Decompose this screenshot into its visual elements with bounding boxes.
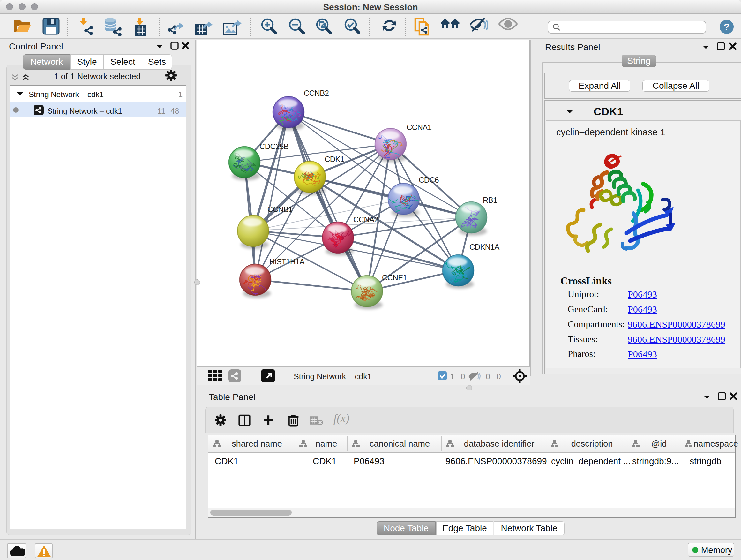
svg-text:?: ? [724, 21, 730, 32]
svg-text:CCNA1: CCNA1 [407, 123, 432, 132]
svg-text:CDKN1A: CDKN1A [469, 243, 499, 251]
svg-text:HIST1H1A: HIST1H1A [269, 257, 305, 266]
svg-text:CDK1: CDK1 [325, 155, 344, 164]
svg-text:CCNB2: CCNB2 [304, 89, 329, 98]
svg-text:CDC25B: CDC25B [259, 142, 288, 151]
svg-text:CCNB1: CCNB1 [267, 205, 293, 213]
svg-text:RB1: RB1 [483, 196, 497, 204]
svg-text:CCNE1: CCNE1 [382, 273, 407, 282]
svg-text:CCNA2: CCNA2 [353, 215, 379, 224]
svg-text:CDC6: CDC6 [419, 176, 439, 184]
